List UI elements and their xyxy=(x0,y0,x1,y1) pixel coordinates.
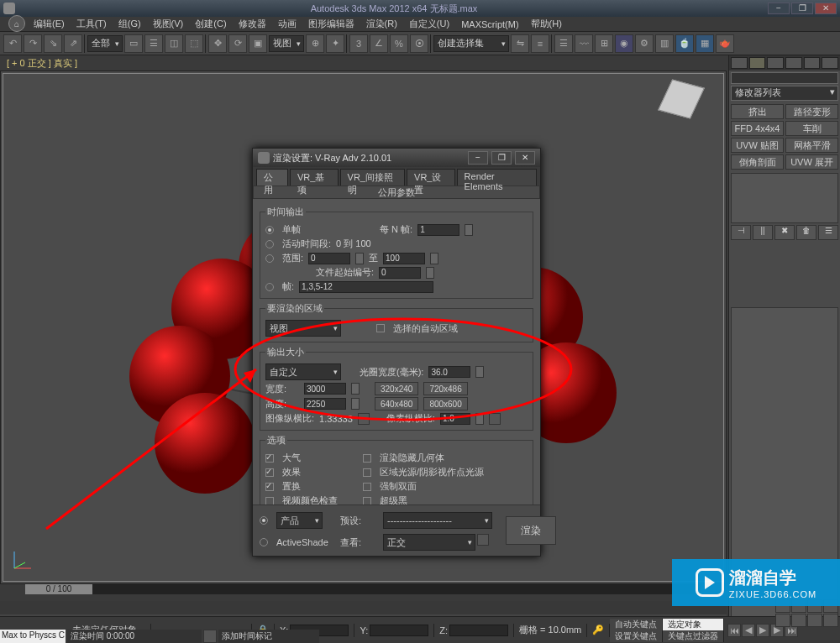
menu-help[interactable]: 帮助(H) xyxy=(531,18,562,30)
display-tab-icon[interactable] xyxy=(804,57,821,69)
play-icon[interactable]: ▶ xyxy=(756,624,769,637)
time-slider[interactable]: 0 / 100 xyxy=(0,584,727,601)
layers-icon[interactable]: ☰ xyxy=(554,34,573,53)
menu-customize[interactable]: 自定义(U) xyxy=(409,18,449,30)
y-coord-input[interactable] xyxy=(370,625,428,636)
aperture-spinner[interactable]: 36.0 xyxy=(428,366,470,378)
uvwunwrap-button[interactable]: UVW 展开 xyxy=(785,154,838,170)
trackbar[interactable] xyxy=(0,601,727,614)
close-button[interactable]: ✕ xyxy=(815,3,837,14)
make-unique-icon[interactable]: ✖ xyxy=(774,225,795,240)
z-coord-input[interactable] xyxy=(449,625,508,636)
pivot-icon[interactable]: ⊕ xyxy=(306,34,324,53)
range-radio[interactable] xyxy=(265,254,274,263)
percent-snap-icon[interactable]: % xyxy=(390,34,408,53)
zoom-extents-all-icon[interactable] xyxy=(791,614,806,627)
schematic-icon[interactable]: ⊞ xyxy=(595,34,613,53)
force2sided-check[interactable] xyxy=(363,483,371,491)
snap-icon[interactable]: 3 xyxy=(349,34,368,53)
menu-animation[interactable]: 动画 xyxy=(278,18,297,30)
align-icon[interactable]: ≡ xyxy=(531,34,549,53)
move-icon[interactable]: ✥ xyxy=(208,34,227,53)
material-editor-icon[interactable]: ◉ xyxy=(615,34,633,53)
production-radio[interactable] xyxy=(260,516,268,525)
px-aspect-spinner[interactable]: 1.0 xyxy=(440,413,470,425)
menu-rendering[interactable]: 渲染(R) xyxy=(366,18,397,30)
render-frame-icon[interactable]: ▥ xyxy=(655,34,674,53)
render-button[interactable]: 渲染 xyxy=(506,516,556,545)
spinner-snap-icon[interactable]: ⦿ xyxy=(410,34,428,53)
effects-check[interactable] xyxy=(265,468,274,477)
selection-filter-dropdown[interactable]: 全部 xyxy=(87,35,123,52)
pathdeform-button[interactable]: 路径变形 xyxy=(785,104,838,119)
hierarchy-tab-icon[interactable] xyxy=(767,57,784,69)
width-spinbtn[interactable] xyxy=(351,383,360,395)
menu-tools[interactable]: 工具(T) xyxy=(76,18,107,30)
curve-editor-icon[interactable]: 〰 xyxy=(575,34,593,53)
menu-group[interactable]: 组(G) xyxy=(118,18,141,30)
preset-720x486-button[interactable]: 720x486 xyxy=(423,382,467,395)
select-name-icon[interactable]: ☰ xyxy=(144,34,163,53)
restore-button[interactable]: ❐ xyxy=(791,3,813,14)
file-start-spinbtn[interactable] xyxy=(426,267,434,279)
prev-frame-icon[interactable]: ◀ xyxy=(742,624,755,637)
bevelprofile-button[interactable]: 倒角剖面 xyxy=(731,154,784,170)
auto-region-check[interactable] xyxy=(376,324,385,332)
dialog-close-button[interactable]: ✕ xyxy=(515,151,535,165)
pin-stack-icon[interactable]: ⊣ xyxy=(731,225,751,240)
range-to-spinner[interactable]: 100 xyxy=(383,253,425,264)
goto-start-icon[interactable]: ⏮ xyxy=(727,624,741,637)
range-from-spinbtn[interactable] xyxy=(355,253,364,264)
unlink-icon[interactable]: ⇗ xyxy=(64,34,82,53)
tab-vr-base[interactable]: VR_基项 xyxy=(290,169,339,186)
displacement-check[interactable] xyxy=(265,483,274,491)
viewport-label[interactable]: [ + 0 正交 ] 真实 ] xyxy=(0,55,840,71)
viewcube[interactable] xyxy=(656,82,706,133)
px-aspect-spinbtn[interactable] xyxy=(475,413,484,425)
img-aspect-lock-icon[interactable] xyxy=(358,413,370,425)
link-icon[interactable]: ⇘ xyxy=(44,34,62,53)
px-aspect-lock-icon[interactable] xyxy=(489,413,501,425)
tab-render-elements[interactable]: Render Elements xyxy=(457,169,537,186)
every-n-spinner[interactable]: 1 xyxy=(417,224,459,236)
range-from-spinner[interactable]: 0 xyxy=(308,253,350,264)
modifier-list-dropdown[interactable]: 修改器列表 xyxy=(731,86,838,101)
modifier-stack[interactable] xyxy=(731,173,838,223)
minimize-button[interactable]: − xyxy=(768,3,790,14)
file-start-spinner[interactable]: 0 xyxy=(379,267,421,279)
lathe-button[interactable]: 车削 xyxy=(785,121,838,136)
production-dropdown[interactable]: 产品 xyxy=(276,512,323,529)
frames-radio[interactable] xyxy=(265,283,274,291)
menu-create[interactable]: 创建(C) xyxy=(195,18,226,30)
angle-snap-icon[interactable]: ∠ xyxy=(370,34,388,53)
time-tag-icon[interactable] xyxy=(203,630,217,643)
aperture-spinbtn[interactable] xyxy=(475,366,484,378)
isolate-icon[interactable]: 🔑 xyxy=(587,624,610,637)
mirror-icon[interactable]: ⇋ xyxy=(511,34,529,53)
zoom-extents-icon[interactable] xyxy=(775,614,790,627)
remove-mod-icon[interactable]: 🗑 xyxy=(796,225,816,240)
max-toggle-icon[interactable] xyxy=(823,614,838,627)
ref-coord-dropdown[interactable]: 视图 xyxy=(269,35,304,52)
undo-icon[interactable]: ↶ xyxy=(3,34,22,53)
tab-vr-settings[interactable]: VR_设置 xyxy=(407,169,455,186)
render-setup-icon[interactable]: ⚙ xyxy=(635,34,654,53)
activeshade-radio[interactable] xyxy=(260,538,268,546)
object-name-field[interactable] xyxy=(731,72,838,84)
scale-icon[interactable]: ▣ xyxy=(249,34,267,53)
keyfilter-button[interactable]: 关键点过滤器 xyxy=(663,630,724,642)
active-time-radio[interactable] xyxy=(265,240,274,248)
view-lock-icon[interactable] xyxy=(477,534,489,546)
tab-common[interactable]: 公用 xyxy=(256,169,288,186)
super-black-check[interactable] xyxy=(363,497,371,505)
redo-icon[interactable]: ↷ xyxy=(24,34,42,53)
app-menu-icon[interactable]: ⌂ xyxy=(8,15,25,32)
output-preset-dropdown[interactable]: 自定义 xyxy=(265,363,341,380)
height-spinbtn[interactable] xyxy=(351,398,360,410)
utilities-tab-icon[interactable] xyxy=(822,57,838,69)
select-region-icon[interactable]: ◫ xyxy=(165,34,183,53)
view-dropdown[interactable]: 正交 xyxy=(383,534,475,551)
add-time-tag[interactable]: 添加时间标记 xyxy=(218,630,319,643)
preset-dropdown[interactable]: --------------------- xyxy=(383,512,492,529)
select-window-icon[interactable]: ⬚ xyxy=(185,34,203,53)
